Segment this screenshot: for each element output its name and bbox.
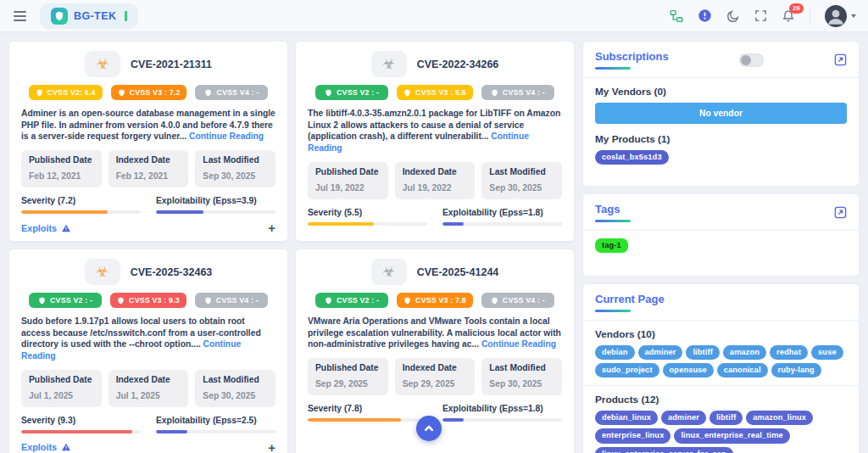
chevron-down-icon — [851, 14, 856, 18]
vendor-chip[interactable]: sudo_project — [595, 363, 659, 378]
expand-button[interactable]: + — [268, 221, 275, 234]
date-value: Sep 30, 2025 — [489, 379, 542, 389]
vendor-chip[interactable]: canonical — [717, 363, 768, 378]
product-chip[interactable]: amazon_linux — [746, 411, 813, 425]
badge-label: CVSS V2 : - — [337, 88, 379, 97]
products-list: debian_linuxadminerlibtiffamazon_linuxen… — [595, 411, 847, 453]
fullscreen-icon[interactable] — [754, 9, 767, 22]
vendor-chip[interactable]: opensuse — [663, 363, 714, 378]
continue-reading-link[interactable]: Continue Reading — [189, 131, 264, 141]
exploitability-label: Exploitability (Epss=3.9) — [156, 196, 275, 205]
my-vendors-heading: My Vendors (0) — [595, 86, 847, 98]
warning-icon — [61, 223, 71, 233]
product-chip[interactable]: linux_enterprise_server_for_sap — [595, 447, 733, 453]
shield-icon — [204, 297, 212, 305]
subscriptions-toggle[interactable] — [739, 53, 764, 67]
date-label: Last Modified — [203, 375, 268, 384]
cvss-v4-badge: CVSS V4 : - — [481, 85, 554, 100]
external-link-icon[interactable] — [834, 206, 847, 219]
severity-meter: Severity (7.8) — [308, 404, 427, 422]
date-value: Jul 1, 2025 — [116, 391, 160, 400]
cvss-v2-badge: CVSS V2 : - — [29, 293, 102, 308]
subscribed-product-chip[interactable]: coslat_bx5s1d3 — [595, 150, 669, 165]
shield-icon — [491, 297, 498, 305]
no-vendor-banner: No vendor — [595, 103, 847, 124]
published-date-box: Published DateJul 1, 2025 — [21, 370, 102, 407]
brand-button[interactable]: BG-TEK — [40, 3, 138, 29]
product-chip[interactable]: adminer — [661, 411, 706, 425]
continue-reading-link[interactable]: Continue Reading — [481, 339, 556, 349]
tags-panel: Tags tag-1 — [582, 193, 860, 277]
cvss-v3-badge: CVSS V3 : 5.5 — [397, 85, 473, 100]
cve-title-link[interactable]: CVE-2022-34266 — [417, 59, 499, 70]
severity-meter: Severity (5.5) — [308, 208, 427, 226]
shield-icon — [403, 89, 411, 97]
exploitability-label: Exploitability (Epss=2.5) — [156, 416, 275, 425]
network-icon[interactable] — [670, 9, 683, 23]
product-chip[interactable]: libtiff — [709, 411, 743, 425]
cve-card: ☣ CVE-2022-34266 CVSS V2 : - CVSS V3 : 5… — [295, 41, 575, 242]
cvss-v3-badge: CVSS V3 : 9.3 — [110, 293, 186, 308]
cve-description: Adminer is an open-source database manag… — [21, 108, 275, 143]
divider — [583, 320, 859, 321]
notification-badge: 26 — [789, 3, 804, 14]
product-chip[interactable]: linux_enterprise_real_time — [674, 428, 789, 443]
divider — [583, 77, 859, 78]
chevron-up-icon — [422, 422, 436, 435]
date-label: Indexed Date — [403, 167, 468, 176]
cvss-v2-badge: CVSS V2 : - — [315, 85, 388, 100]
date-label: Published Date — [29, 155, 94, 165]
date-value: Feb 12, 2021 — [116, 171, 168, 181]
tags-list: tag-1 — [595, 238, 847, 253]
shield-icon — [38, 297, 46, 305]
current-page-title: Current Page — [595, 293, 665, 305]
vendor-chip[interactable]: debian — [595, 345, 635, 360]
exploitability-meter: Exploitability (Epss=1.8) — [442, 404, 562, 422]
menu-icon[interactable] — [12, 9, 28, 23]
title-underline — [595, 220, 631, 222]
exploitability-meter: Exploitability (Epss=1.8) — [442, 208, 562, 226]
cvss-v4-badge: CVSS V4 : - — [195, 85, 268, 100]
vendor-chip[interactable]: libtiff — [686, 345, 719, 360]
date-label: Published Date — [315, 363, 381, 372]
cve-title-link[interactable]: CVE-2021-21311 — [131, 59, 212, 70]
exploitability-meter: Exploitability (Epss=3.9) — [156, 196, 275, 214]
exploitability-label: Exploitability (Epss=1.8) — [442, 208, 562, 217]
exploits-label: Exploits — [21, 442, 57, 452]
vendor-chip[interactable]: adminer — [638, 345, 683, 360]
scroll-to-top-button[interactable] — [416, 416, 442, 441]
cve-title-link[interactable]: CVE-2025-32463 — [131, 266, 213, 278]
severity-meter: Severity (7.2) — [21, 196, 141, 214]
exploitability-bar-fill — [442, 418, 464, 422]
my-products-list: coslat_bx5s1d3 — [595, 150, 847, 165]
external-link-icon[interactable] — [834, 53, 847, 66]
subscriptions-panel: Subscriptions My Vendors (0) No vendor M… — [582, 41, 860, 187]
shield-icon — [117, 297, 125, 305]
info-icon[interactable] — [698, 8, 712, 23]
last-modified-box: Last ModifiedSep 30, 2025 — [481, 358, 562, 395]
vendor-chip[interactable]: amazon — [723, 345, 766, 360]
user-menu[interactable] — [825, 5, 856, 27]
vendor-chip[interactable]: suse — [811, 345, 843, 360]
tags-title: Tags — [595, 203, 631, 215]
main-content: ☣ CVE-2021-21311 CVSS V2: 6.4 CVSS V3 : … — [0, 32, 868, 453]
cve-title-link[interactable]: CVE-2025-41244 — [417, 266, 499, 278]
vendor-chip[interactable]: redhat — [770, 345, 808, 360]
vendor-chip[interactable]: ruby-lang — [771, 363, 821, 378]
exploits-link[interactable]: Exploits — [21, 442, 71, 452]
exploitability-bar-fill — [156, 430, 187, 433]
cvss-v4-badge: CVSS V4 : - — [481, 293, 554, 308]
vendors-heading: Vendors (10) — [595, 328, 847, 340]
expand-button[interactable]: + — [268, 441, 275, 453]
exploits-link[interactable]: Exploits — [21, 223, 71, 233]
tag-chip[interactable]: tag-1 — [595, 238, 628, 253]
current-page-panel: Current Page Vendors (10) debianadminerl… — [582, 283, 860, 453]
product-chip[interactable]: enterprise_linux — [595, 428, 670, 443]
severity-meter: Severity (9.3) — [21, 416, 141, 433]
date-value: Jul 1, 2025 — [29, 391, 73, 400]
dark-mode-icon[interactable] — [726, 9, 740, 23]
product-chip[interactable]: debian_linux — [595, 411, 658, 425]
severity-label: Severity (5.5) — [308, 208, 427, 217]
divider — [583, 385, 859, 386]
notifications-bell-icon[interactable]: 26 — [782, 9, 795, 23]
